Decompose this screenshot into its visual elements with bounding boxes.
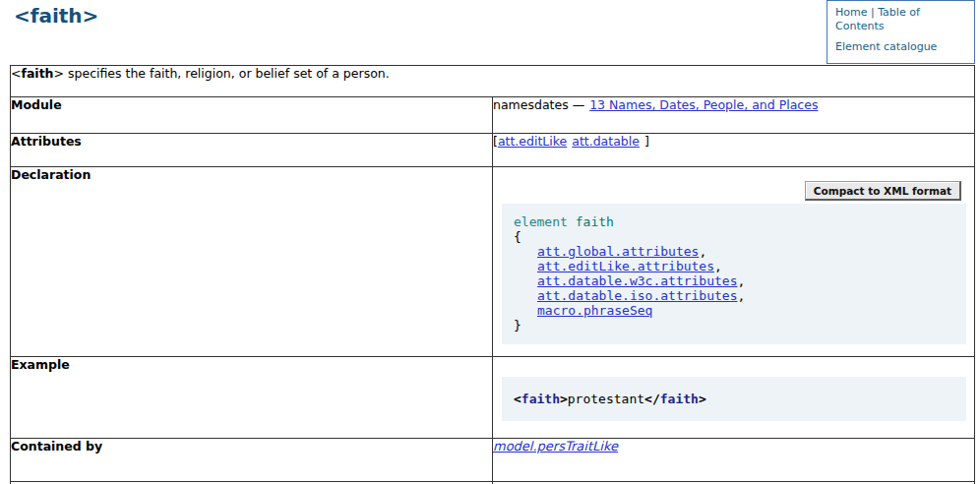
description-tag-name: faith	[21, 66, 53, 81]
attributes-row: Attributes [att.editLikeatt.datable]	[11, 134, 975, 167]
comma: ,	[714, 259, 722, 273]
example-code-block: <faith>protestant</faith>	[502, 377, 966, 421]
declaration-ref-line: att.datable.w3c.attributes,	[514, 273, 956, 288]
rng-element-name: faith	[576, 214, 614, 229]
attributes-value-cell: [att.editLikeatt.datable]	[493, 134, 975, 167]
element-spec-table: <faith> specifies the faith, religion, o…	[10, 65, 975, 484]
top-nav-box: Home | Table of Contents Element catalog…	[827, 0, 975, 64]
description-tag-close: >	[54, 66, 64, 81]
comma: ,	[738, 273, 746, 288]
declaration-row: Declaration Compact to XML format elemen…	[11, 167, 975, 357]
description-cell: <faith> specifies the faith, religion, o…	[11, 66, 975, 97]
declaration-link-att-editlike[interactable]: att.editLike.attributes	[537, 259, 714, 273]
module-value-cell: namesdates —13 Names, Dates, People, and…	[493, 97, 975, 134]
declaration-code-block: elementfaith { att.global.attributes, at…	[502, 204, 966, 344]
declaration-cell: Compact to XML format elementfaith { att…	[493, 167, 975, 357]
comma: ,	[699, 244, 706, 259]
open-tag-lt: <	[514, 392, 521, 406]
example-label: Example	[11, 357, 493, 439]
contained-by-label: Contained by	[11, 439, 493, 482]
rng-keyword: element	[514, 214, 568, 229]
close-tag-gt: >	[699, 392, 706, 406]
description-row: <faith> specifies the faith, religion, o…	[11, 66, 975, 97]
declaration-ref-line: macro.phraseSeq	[514, 303, 956, 318]
declaration-link-att-global[interactable]: att.global.attributes	[537, 244, 699, 259]
declaration-link-att-datable-w3c[interactable]: att.datable.w3c.attributes	[537, 273, 738, 288]
attribute-class-link-datable[interactable]: att.datable	[572, 134, 640, 149]
description-text: specifies the faith, religion, or belief…	[64, 66, 390, 81]
page: <faith> Home | Table of Contents Element…	[0, 0, 980, 484]
attributes-bracket-close: ]	[644, 134, 649, 149]
nav-line-1: Home | Table of Contents	[835, 6, 966, 32]
declaration-link-macro-phraseseq[interactable]: macro.phraseSeq	[537, 303, 652, 318]
compact-to-xml-button[interactable]: Compact to XML format	[805, 181, 961, 201]
example-content: protestant	[568, 392, 644, 406]
contained-by-row: Contained by model.persTraitLike	[11, 439, 975, 482]
open-tag-gt: >	[560, 392, 568, 406]
declaration-link-att-datable-iso[interactable]: att.datable.iso.attributes	[537, 288, 738, 303]
module-chapter-link[interactable]: 13 Names, Dates, People, and Places	[589, 97, 818, 112]
module-value: namesdates —	[493, 97, 584, 112]
nav-home-link[interactable]: Home	[835, 6, 867, 19]
example-cell: <faith>protestant</faith>	[493, 357, 975, 439]
open-tag-name: faith	[521, 392, 560, 406]
description-tag-open: <	[11, 66, 21, 81]
attribute-class-link-editlike[interactable]: att.editLike	[498, 134, 567, 149]
nav-separator: |	[871, 6, 875, 19]
contained-by-link-model-perstraitlike[interactable]: model.persTraitLike	[493, 439, 618, 454]
nav-line-2: Element catalogue	[835, 40, 966, 54]
nav-element-catalogue-link[interactable]: Element catalogue	[835, 40, 937, 53]
comma: ,	[738, 288, 746, 303]
declaration-ref-line: att.editLike.attributes,	[514, 259, 956, 273]
close-tag-name: faith	[660, 392, 699, 406]
module-label: Module	[11, 97, 493, 134]
module-row: Module namesdates —13 Names, Dates, Peop…	[11, 97, 975, 134]
declaration-label: Declaration	[11, 167, 493, 357]
declaration-ref-line: att.datable.iso.attributes,	[514, 288, 956, 303]
close-tag-lt: </	[644, 392, 660, 406]
example-code-line: <faith>protestant</faith>	[514, 392, 956, 406]
declaration-ref-line: att.global.attributes,	[514, 244, 956, 259]
example-row: Example <faith>protestant</faith>	[11, 357, 975, 439]
declaration-brace-close: }	[514, 318, 956, 333]
declaration-line-element: elementfaith	[514, 214, 956, 229]
declaration-brace-open: {	[514, 229, 956, 244]
contained-by-cell: model.persTraitLike	[493, 439, 975, 482]
attributes-label: Attributes	[11, 134, 493, 167]
